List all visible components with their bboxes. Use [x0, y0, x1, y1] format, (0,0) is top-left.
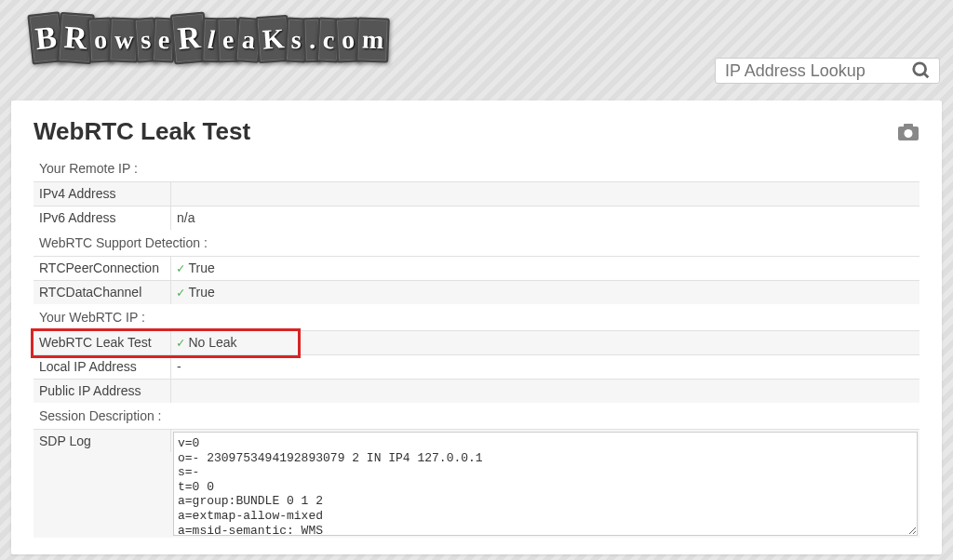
- sdp-log-textarea[interactable]: [173, 432, 918, 536]
- row-leak-test: WebRTC Leak Test ✓No Leak: [34, 330, 919, 354]
- row-sdp-log: SDP Log: [34, 429, 919, 538]
- check-icon: ✓: [177, 260, 184, 275]
- label-local-ip: Local IP Address: [34, 355, 171, 379]
- value-ipv4: [171, 182, 919, 206]
- label-ipv6: IPv6 Address: [34, 207, 171, 230]
- value-data-channel: ✓True: [171, 281, 919, 304]
- section-session-heading: Session Description :: [34, 403, 919, 429]
- svg-rect-3: [904, 124, 913, 127]
- label-public-ip: Public IP Address: [34, 380, 171, 403]
- svg-point-0: [914, 63, 926, 75]
- site-logo[interactable]: B R o w s e R l e a K s . c o m: [32, 13, 388, 63]
- section-remote-ip-heading: Your Remote IP :: [34, 155, 919, 181]
- row-data-channel: RTCDataChannel ✓True: [34, 280, 919, 304]
- label-leak-test: WebRTC Leak Test: [34, 331, 171, 354]
- value-public-ip: [171, 380, 919, 403]
- main-content: WebRTC Leak Test Your Remote IP : IPv4 A…: [11, 100, 942, 554]
- value-ipv6: n/a: [171, 207, 919, 230]
- svg-line-1: [924, 73, 929, 78]
- row-ipv4: IPv4 Address: [34, 181, 919, 206]
- svg-point-4: [905, 129, 913, 138]
- check-icon: ✓: [177, 335, 184, 350]
- search-box: [715, 58, 940, 84]
- section-webrtc-ip-heading: Your WebRTC IP :: [34, 304, 919, 330]
- value-local-ip: -: [171, 355, 919, 379]
- page-title: WebRTC Leak Test: [34, 117, 250, 146]
- row-ipv6: IPv6 Address n/a: [34, 206, 919, 230]
- row-local-ip: Local IP Address -: [34, 354, 919, 379]
- camera-icon[interactable]: [897, 123, 919, 141]
- label-sdp-log: SDP Log: [34, 430, 171, 452]
- row-peer-connection: RTCPeerConnection ✓True: [34, 256, 919, 280]
- value-leak-test: ✓No Leak: [171, 331, 919, 354]
- label-data-channel: RTCDataChannel: [34, 281, 171, 304]
- section-support-heading: WebRTC Support Detection :: [34, 230, 919, 256]
- value-peer-connection: ✓True: [171, 257, 919, 280]
- check-icon: ✓: [177, 285, 184, 300]
- search-icon[interactable]: [911, 60, 932, 81]
- search-input[interactable]: [725, 61, 911, 81]
- label-ipv4: IPv4 Address: [34, 182, 171, 206]
- label-peer-connection: RTCPeerConnection: [34, 257, 171, 280]
- site-header: B R o w s e R l e a K s . c o m: [0, 0, 953, 100]
- row-public-ip: Public IP Address: [34, 379, 919, 403]
